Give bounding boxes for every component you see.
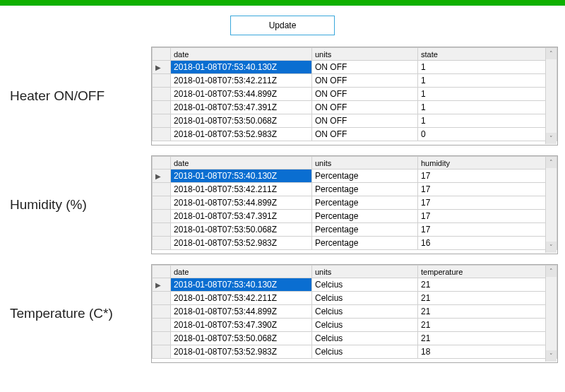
cell-date[interactable]: 2018-01-08T07:53:50.068Z	[171, 114, 312, 128]
row-indicator	[153, 223, 171, 237]
cell-date[interactable]: 2018-01-08T07:53:40.130Z	[171, 61, 312, 74]
cell-value[interactable]: 17	[418, 196, 557, 210]
table-row[interactable]: 2018-01-08T07:53:52.983ZPercentage16	[153, 237, 557, 250]
scroll-up-icon[interactable]: ˄	[546, 48, 557, 59]
table-row[interactable]: 2018-01-08T07:53:47.391ZON OFF1	[153, 101, 557, 114]
cell-date[interactable]: 2018-01-08T07:53:44.899Z	[171, 88, 312, 101]
row-indicator	[153, 128, 171, 141]
datagrid[interactable]: dateunitshumidity▶2018-01-08T07:53:40.13…	[151, 155, 558, 254]
cell-date[interactable]: 2018-01-08T07:53:42.211Z	[171, 183, 312, 196]
cell-units[interactable]: Celcius	[312, 332, 418, 345]
table-row[interactable]: 2018-01-08T07:53:44.899ZON OFF1	[153, 88, 557, 101]
cell-value[interactable]: 21	[418, 332, 557, 345]
update-button[interactable]: Update	[230, 16, 335, 35]
cell-date[interactable]: 2018-01-08T07:53:52.983Z	[171, 128, 312, 141]
cell-value[interactable]: 21	[418, 305, 557, 319]
column-header[interactable]: state	[418, 48, 557, 61]
scroll-down-icon[interactable]: ˅	[546, 350, 557, 362]
cell-units[interactable]: Celcius	[312, 278, 418, 292]
cell-value[interactable]: 1	[418, 114, 557, 128]
cell-date[interactable]: 2018-01-08T07:53:47.390Z	[171, 319, 312, 332]
cell-value[interactable]: 16	[418, 237, 557, 250]
cell-units[interactable]: Celcius	[312, 319, 418, 332]
cell-units[interactable]: Percentage	[312, 183, 418, 196]
row-indicator	[153, 345, 171, 359]
cell-units[interactable]: ON OFF	[312, 101, 418, 114]
cell-value[interactable]: 0	[418, 128, 557, 141]
cell-date[interactable]: 2018-01-08T07:53:44.899Z	[171, 305, 312, 319]
table-row[interactable]: 2018-01-08T07:53:52.983ZCelcius18	[153, 345, 557, 359]
row-indicator	[153, 305, 171, 319]
cell-value[interactable]: 21	[418, 292, 557, 305]
table-row[interactable]: 2018-01-08T07:53:50.068ZPercentage17	[153, 223, 557, 237]
column-header[interactable]: units	[312, 157, 418, 170]
cell-value[interactable]: 17	[418, 210, 557, 223]
cell-units[interactable]: Celcius	[312, 345, 418, 359]
scroll-down-icon[interactable]: ˅	[546, 133, 557, 144]
cell-units[interactable]: ON OFF	[312, 114, 418, 128]
cell-date[interactable]: 2018-01-08T07:53:42.211Z	[171, 74, 312, 88]
table-row[interactable]: 2018-01-08T07:53:50.068ZCelcius21	[153, 332, 557, 345]
table-row[interactable]: ▶2018-01-08T07:53:40.130ZPercentage17	[153, 170, 557, 183]
table-row[interactable]: 2018-01-08T07:53:52.983ZON OFF0	[153, 128, 557, 141]
cell-value[interactable]: 17	[418, 183, 557, 196]
table-row[interactable]: 2018-01-08T07:53:44.899ZCelcius21	[153, 305, 557, 319]
column-header[interactable]: date	[171, 157, 312, 170]
cell-value[interactable]: 1	[418, 74, 557, 88]
table-row[interactable]: 2018-01-08T07:53:47.390ZCelcius21	[153, 319, 557, 332]
cell-units[interactable]: ON OFF	[312, 74, 418, 88]
cell-units[interactable]: ON OFF	[312, 128, 418, 141]
table-row[interactable]: 2018-01-08T07:53:44.899ZPercentage17	[153, 196, 557, 210]
cell-date[interactable]: 2018-01-08T07:53:52.983Z	[171, 345, 312, 359]
cell-value[interactable]: 1	[418, 61, 557, 74]
datagrid[interactable]: dateunitstemperature▶2018-01-08T07:53:40…	[151, 264, 558, 363]
scroll-down-icon[interactable]: ˅	[546, 242, 557, 253]
table-row[interactable]: ▶2018-01-08T07:53:40.130ZCelcius21	[153, 278, 557, 292]
cell-date[interactable]: 2018-01-08T07:53:44.899Z	[171, 196, 312, 210]
cell-date[interactable]: 2018-01-08T07:53:52.983Z	[171, 237, 312, 250]
cell-value[interactable]: 17	[418, 170, 557, 183]
table-row[interactable]: 2018-01-08T07:53:50.068ZON OFF1	[153, 114, 557, 128]
cell-units[interactable]: ON OFF	[312, 88, 418, 101]
cell-date[interactable]: 2018-01-08T07:53:50.068Z	[171, 332, 312, 345]
scroll-up-icon[interactable]: ˄	[546, 157, 557, 168]
cell-value[interactable]: 1	[418, 88, 557, 101]
scrollbar-vertical[interactable]: ˄˅	[545, 48, 557, 144]
cell-units[interactable]: Celcius	[312, 305, 418, 319]
table-row[interactable]: 2018-01-08T07:53:42.211ZPercentage17	[153, 183, 557, 196]
cell-units[interactable]: Celcius	[312, 292, 418, 305]
cell-value[interactable]: 1	[418, 101, 557, 114]
column-header[interactable]: date	[171, 266, 312, 278]
row-indicator	[153, 183, 171, 196]
cell-date[interactable]: 2018-01-08T07:53:47.391Z	[171, 101, 312, 114]
cell-date[interactable]: 2018-01-08T07:53:40.130Z	[171, 170, 312, 183]
column-header[interactable]: units	[312, 48, 418, 61]
cell-date[interactable]: 2018-01-08T07:53:42.211Z	[171, 292, 312, 305]
cell-units[interactable]: Percentage	[312, 170, 418, 183]
cell-value[interactable]: 21	[418, 278, 557, 292]
datagrid[interactable]: dateunitsstate▶2018-01-08T07:53:40.130ZO…	[151, 47, 558, 145]
cell-date[interactable]: 2018-01-08T07:53:50.068Z	[171, 223, 312, 237]
column-header[interactable]: units	[312, 266, 418, 278]
table-row[interactable]: 2018-01-08T07:53:42.211ZCelcius21	[153, 292, 557, 305]
cell-units[interactable]: Percentage	[312, 223, 418, 237]
table-row[interactable]: 2018-01-08T07:53:42.211ZON OFF1	[153, 74, 557, 88]
column-header[interactable]: humidity	[418, 157, 557, 170]
scrollbar-vertical[interactable]: ˄˅	[545, 157, 557, 253]
table-row[interactable]: ▶2018-01-08T07:53:40.130ZON OFF1	[153, 61, 557, 74]
row-indicator: ▶	[153, 170, 171, 183]
cell-value[interactable]: 21	[418, 319, 557, 332]
cell-units[interactable]: Percentage	[312, 196, 418, 210]
cell-value[interactable]: 18	[418, 345, 557, 359]
cell-date[interactable]: 2018-01-08T07:53:47.391Z	[171, 210, 312, 223]
cell-value[interactable]: 17	[418, 223, 557, 237]
scrollbar-vertical[interactable]: ˄˅	[545, 266, 557, 362]
column-header[interactable]: temperature	[418, 266, 557, 278]
cell-units[interactable]: ON OFF	[312, 61, 418, 74]
table-row[interactable]: 2018-01-08T07:53:47.391ZPercentage17	[153, 210, 557, 223]
column-header[interactable]: date	[171, 48, 312, 61]
cell-units[interactable]: Percentage	[312, 210, 418, 223]
cell-units[interactable]: Percentage	[312, 237, 418, 250]
cell-date[interactable]: 2018-01-08T07:53:40.130Z	[171, 278, 312, 292]
scroll-up-icon[interactable]: ˄	[546, 266, 557, 277]
